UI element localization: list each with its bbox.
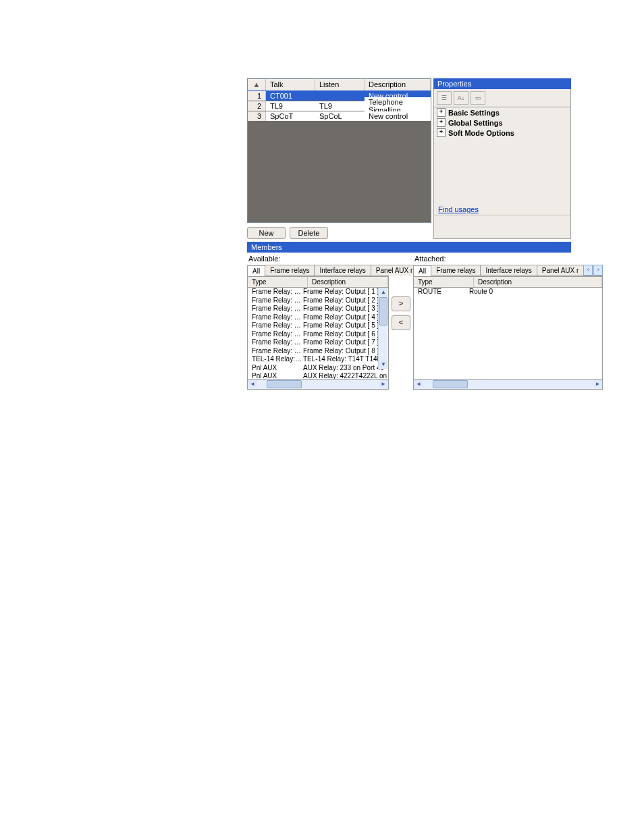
item-description: AUX Relay: 4222T4222L on Port 1 <box>303 372 388 380</box>
cell-talk[interactable]: CT001 <box>266 91 315 101</box>
item-description: AUX Relay: 233 on Port 49 <box>303 364 388 373</box>
grid-row[interactable]: 3SpCoTSpCoLNew control <box>248 111 431 121</box>
hscroll-thumb-attached[interactable] <box>433 380 468 388</box>
available-item[interactable]: Frame Relay: Ou...Frame Relay: Output [ … <box>248 296 388 305</box>
available-list[interactable]: Frame Relay: Ou...Frame Relay: Output [ … <box>247 288 389 380</box>
tab-interface-relays[interactable]: Interface relays <box>314 265 371 276</box>
remove-member-button[interactable]: < <box>392 315 410 330</box>
available-item[interactable]: Frame Relay: Ou...Frame Relay: Output [ … <box>248 313 388 322</box>
item-description: TEL-14 Relay: T14T T14L on Port 9 <box>303 355 388 364</box>
item-type: Frame Relay: Ou... <box>252 338 303 347</box>
sort-indicator[interactable]: ▲ <box>248 79 266 90</box>
available-item[interactable]: Frame Relay: Ou...Frame Relay: Output [ … <box>248 347 388 356</box>
item-type: Frame Relay: Ou... <box>252 305 303 313</box>
property-pages-icon[interactable]: ▭ <box>471 91 485 105</box>
item-type: Frame Relay: Ou... <box>252 288 303 296</box>
attached-item[interactable]: ROUTERoute 0 <box>414 288 602 296</box>
attached-col-description[interactable]: Description <box>474 277 602 287</box>
available-tabs: All Frame relays Interface relays Panel … <box>247 265 389 276</box>
item-type: ROUTE <box>418 288 469 296</box>
attached-label: Attached: <box>414 255 603 263</box>
row-number: 3 <box>248 111 266 121</box>
tab-frame-relays-attached[interactable]: Frame relays <box>431 265 481 276</box>
item-type: Pnl AUX <box>252 364 303 373</box>
tab-panel-aux-attached[interactable]: Panel AUX r <box>537 265 584 276</box>
tab-all[interactable]: All <box>247 265 265 276</box>
tab-scroll-right-attached-icon[interactable]: › <box>593 265 603 276</box>
available-item[interactable]: Frame Relay: Ou...Frame Relay: Output [ … <box>248 321 388 330</box>
properties-title: Properties <box>433 78 571 89</box>
attached-hscroll[interactable]: ◄ ► <box>413 380 603 390</box>
available-col-type[interactable]: Type <box>248 277 308 287</box>
property-category[interactable]: +Global Settings <box>434 118 570 128</box>
available-item[interactable]: TEL-14 Relay: P...TEL-14 Relay: T14T T14… <box>248 355 388 364</box>
new-button[interactable]: New <box>247 227 286 239</box>
attached-list[interactable]: ROUTERoute 0 <box>413 288 603 380</box>
grid-row[interactable]: 2TL9TL9Telephone Signalling <box>248 101 431 111</box>
scroll-right-icon[interactable]: ► <box>379 380 388 388</box>
available-item[interactable]: Frame Relay: Ou...Frame Relay: Output [ … <box>248 288 388 296</box>
row-number: 1 <box>248 91 266 101</box>
item-type: Frame Relay: Ou... <box>252 321 303 330</box>
item-type: Pnl AUX <box>252 372 303 380</box>
hscroll-thumb[interactable] <box>267 380 302 388</box>
col-listen[interactable]: Listen <box>315 79 365 90</box>
scroll-left-icon[interactable]: ◄ <box>248 380 257 388</box>
tab-all-attached[interactable]: All <box>413 265 431 276</box>
item-description: Frame Relay: Output [ 5 ] <box>303 321 388 330</box>
expand-icon[interactable]: + <box>437 128 446 137</box>
available-item[interactable]: Frame Relay: Ou...Frame Relay: Output [ … <box>248 338 388 347</box>
cell-talk[interactable]: TL9 <box>266 101 315 111</box>
scroll-left-attached-icon[interactable]: ◄ <box>414 380 423 388</box>
item-description: Frame Relay: Output [ 4 ] <box>303 313 388 322</box>
controls-grid[interactable]: ▲ Talk Listen Description 1CT001New cont… <box>247 78 431 223</box>
properties-toolbar: ☰ A↓ ▭ <box>433 89 571 107</box>
property-description-area <box>434 215 570 238</box>
property-category[interactable]: +Soft Mode Options <box>434 128 570 138</box>
row-number: 2 <box>248 101 266 111</box>
scroll-up-icon[interactable]: ▲ <box>379 288 388 297</box>
category-label: Soft Mode Options <box>448 129 514 137</box>
cell-description[interactable]: New control <box>365 111 431 121</box>
cell-listen[interactable] <box>315 95 365 97</box>
category-label: Basic Settings <box>448 109 500 117</box>
attached-col-type[interactable]: Type <box>414 277 474 287</box>
item-description: Frame Relay: Output [ 6 ] <box>303 330 388 339</box>
item-type: Frame Relay: Ou... <box>252 296 303 305</box>
add-member-button[interactable]: > <box>392 296 410 311</box>
scroll-down-icon[interactable]: ▼ <box>379 360 388 369</box>
item-description: Frame Relay: Output [ 2 ] <box>303 296 388 305</box>
scroll-right-attached-icon[interactable]: ► <box>593 380 602 388</box>
expand-icon[interactable]: + <box>437 108 446 117</box>
categorized-icon[interactable]: ☰ <box>437 91 452 105</box>
item-description: Frame Relay: Output [ 3 ] <box>303 305 388 313</box>
available-item[interactable]: Frame Relay: Ou...Frame Relay: Output [ … <box>248 330 388 339</box>
tab-scroll-left-attached-icon[interactable]: ‹ <box>583 265 593 276</box>
available-col-description[interactable]: Description <box>308 277 388 287</box>
col-talk[interactable]: Talk <box>266 79 315 90</box>
item-description: Route 0 <box>469 288 602 296</box>
category-label: Global Settings <box>448 119 503 127</box>
expand-icon[interactable]: + <box>437 118 446 127</box>
tab-interface-relays-attached[interactable]: Interface relays <box>480 265 537 276</box>
delete-button[interactable]: Delete <box>290 227 328 239</box>
available-vscroll[interactable]: ▲ ▼ <box>378 288 388 369</box>
members-title: Members <box>247 242 571 253</box>
property-category[interactable]: +Basic Settings <box>434 107 570 118</box>
tab-frame-relays[interactable]: Frame relays <box>265 265 315 276</box>
item-description: Frame Relay: Output [ 1 ] <box>303 288 388 296</box>
find-usages-link[interactable]: Find usages <box>434 204 570 215</box>
available-label: Available: <box>248 255 389 263</box>
col-description[interactable]: Description <box>365 79 431 90</box>
cell-talk[interactable]: SpCoT <box>266 111 315 121</box>
scroll-thumb[interactable] <box>379 297 387 325</box>
available-item[interactable]: Frame Relay: Ou...Frame Relay: Output [ … <box>248 305 388 313</box>
item-type: Frame Relay: Ou... <box>252 313 303 322</box>
available-item[interactable]: Pnl AUXAUX Relay: 233 on Port 49 <box>248 364 388 373</box>
alphabetical-icon[interactable]: A↓ <box>454 91 468 105</box>
available-item[interactable]: Pnl AUXAUX Relay: 4222T4222L on Port 1 <box>248 372 388 380</box>
item-type: TEL-14 Relay: P... <box>252 355 303 364</box>
available-hscroll[interactable]: ◄ ► <box>247 380 389 390</box>
cell-listen[interactable]: SpCoL <box>315 111 365 121</box>
cell-listen[interactable]: TL9 <box>315 101 365 111</box>
